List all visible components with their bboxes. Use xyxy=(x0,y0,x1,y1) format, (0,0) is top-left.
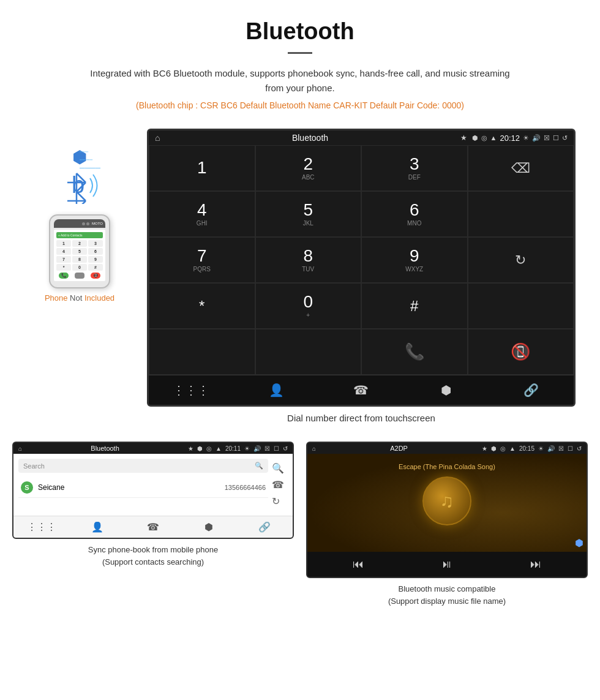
music-x-icon: ☒ xyxy=(558,445,564,452)
bluetooth-icon-area: ⬢ ┈┈ ┄┄┄ ──── xyxy=(72,147,87,167)
dial-key-hash[interactable]: # xyxy=(361,283,468,329)
dial-key-empty-r2 xyxy=(468,191,574,237)
nav-contacts-icon[interactable]: 👤 xyxy=(234,375,319,405)
pb-contact-row: S Seicane 13566664466 xyxy=(18,478,268,498)
phone-call-red-btn: 📵 xyxy=(91,273,100,279)
music-vol-icon: 🔊 xyxy=(547,445,555,452)
music-home-icon: ⌂ xyxy=(312,445,316,452)
phone-keypad: 1 2 3 4 5 6 7 8 9 * 0 # xyxy=(56,240,103,271)
pb-sc-icon: ☐ xyxy=(274,445,279,452)
stereo-status-bar: ⌂ Bluetooth ★ ⬢ ◎ ▲ 20:12 ☀ 🔊 ☒ ☐ ↺ xyxy=(149,130,574,145)
pb-nav-phone[interactable]: ☎ xyxy=(125,516,181,538)
close-icon: ☒ xyxy=(544,134,550,142)
music-next-icon[interactable]: ⏭ xyxy=(530,558,541,571)
page-title: Bluetooth xyxy=(12,18,588,45)
music-song-title: Escape (The Pina Colada Song) xyxy=(399,463,495,470)
pb-reload-right-icon[interactable]: ↻ xyxy=(272,495,284,507)
pb-nav-link[interactable]: 🔗 xyxy=(237,516,293,538)
dial-key-star[interactable]: * xyxy=(149,283,255,329)
phone-key-hash: # xyxy=(88,264,103,271)
pb-title: Bluetooth xyxy=(26,445,184,452)
pb-x-icon: ☒ xyxy=(264,445,270,452)
phone-bottom-row: 📞 📵 xyxy=(56,273,103,279)
dial-key-4[interactable]: 4 GHI xyxy=(149,191,255,237)
page-wrapper: Bluetooth Integrated with BC6 Bluetooth … xyxy=(0,0,600,625)
dial-key-6[interactable]: 6 MNO xyxy=(361,191,468,237)
dial-key-1[interactable]: 1 xyxy=(149,145,255,191)
dial-key-9[interactable]: 9 WXYZ xyxy=(361,237,468,283)
music-sc-icon: ☐ xyxy=(568,445,573,452)
pb-search-icon: 🔍 xyxy=(255,462,263,470)
dial-key-empty-r5-1 xyxy=(149,329,255,375)
pb-cam-icon: ☀ xyxy=(244,445,250,452)
pb-back-icon: ↺ xyxy=(283,445,288,452)
music-bt-icon: ⬢ xyxy=(491,445,497,452)
call-green-icon: 📞 xyxy=(405,342,424,361)
pb-nav-dialpad[interactable]: ⋮⋮⋮ xyxy=(13,516,69,538)
music-note-icon: ♫ xyxy=(440,491,454,511)
music-play-pause-icon[interactable]: ⏯ xyxy=(441,558,452,571)
dial-key-call-green[interactable]: 📞 xyxy=(361,329,468,375)
pb-call-right-icon[interactable]: ☎ xyxy=(272,479,284,491)
phone-illustration: ⬢ ┈┈ ┄┄┄ ──── b xyxy=(24,129,135,303)
dial-key-call-red[interactable]: 📵 xyxy=(468,329,574,375)
dial-caption: Dial number direct from touchscreen xyxy=(147,413,576,423)
nav-bluetooth-icon[interactable]: ⬢ xyxy=(403,375,489,405)
status-time: 20:12 xyxy=(500,134,520,143)
nav-settings-icon[interactable]: 🔗 xyxy=(489,375,574,405)
music-prev-icon[interactable]: ⏮ xyxy=(353,558,364,571)
music-body: Escape (The Pina Colada Song) ♫ ⬢ xyxy=(307,454,587,552)
stereo-title: Bluetooth xyxy=(165,133,455,143)
stereo-dialpad-container: ⌂ Bluetooth ★ ⬢ ◎ ▲ 20:12 ☀ 🔊 ☒ ☐ ↺ xyxy=(147,129,576,435)
phone-key-5: 5 xyxy=(72,248,87,255)
reload-icon: ↻ xyxy=(515,252,526,268)
dial-key-2[interactable]: 2 ABC xyxy=(255,145,362,191)
pb-nav-bt[interactable]: ⬢ xyxy=(181,516,237,538)
call-red-icon: 📵 xyxy=(511,342,530,361)
phone-key-9: 9 xyxy=(88,256,103,263)
location-icon: ◎ xyxy=(481,134,487,142)
dial-key-reload[interactable]: ↻ xyxy=(468,237,574,283)
not-text: Not xyxy=(70,293,82,303)
bottom-section: ⌂ Bluetooth ★ ⬢ ◎ ▲ 20:11 ☀ 🔊 ☒ ☐ ↺ xyxy=(0,442,600,625)
backspace-icon: ⌫ xyxy=(511,160,530,176)
phone-key-8: 8 xyxy=(72,256,87,263)
bt-waves-group: b xyxy=(58,167,101,206)
pb-nav-contacts[interactable]: 👤 xyxy=(69,516,125,538)
music-sig-icon: ▲ xyxy=(509,445,516,452)
dial-key-8[interactable]: 8 TUV xyxy=(255,237,362,283)
dial-key-empty-r5-2 xyxy=(255,329,362,375)
signal-icon: ▲ xyxy=(490,134,497,141)
dialpad-grid: 1 2 ABC 3 DEF ⌫ xyxy=(149,145,574,375)
pb-contact-letter: S xyxy=(21,481,33,494)
music-album-art: ♫ xyxy=(422,476,471,525)
dial-key-backspace[interactable]: ⌫ xyxy=(468,145,574,191)
music-usb-icon: ★ xyxy=(482,445,487,452)
music-cam-icon: ☀ xyxy=(538,445,544,452)
screen-icon: ☐ xyxy=(553,134,559,142)
pb-list: Search 🔍 S Seicane 13566664466 xyxy=(18,459,268,511)
phone-mockup: MOTO + Add to Contacts 1 2 3 4 5 6 7 8 9 xyxy=(49,214,110,288)
pb-layout: Search 🔍 S Seicane 13566664466 🔍 ☎ xyxy=(18,459,288,511)
pb-search-bar[interactable]: Search 🔍 xyxy=(18,459,268,473)
stereo-nav-bar: ⋮⋮⋮ 👤 ☎ ⬢ 🔗 xyxy=(149,375,574,405)
stereo-screen: ⌂ Bluetooth ★ ⬢ ◎ ▲ 20:12 ☀ 🔊 ☒ ☐ ↺ xyxy=(147,129,576,407)
phone-screen: + Add to Contacts 1 2 3 4 5 6 7 8 9 * 0 … xyxy=(54,230,105,281)
nav-phone-icon[interactable]: ☎ xyxy=(319,375,404,405)
dial-key-3[interactable]: 3 DEF xyxy=(361,145,468,191)
music-controls: ⏮ ⏯ ⏭ xyxy=(307,552,587,577)
music-status-bar: ⌂ A2DP ★ ⬢ ◎ ▲ 20:15 ☀ 🔊 ☒ ☐ ↺ xyxy=(307,443,587,454)
music-screenshot: ⌂ A2DP ★ ⬢ ◎ ▲ 20:15 ☀ 🔊 ☒ ☐ ↺ Escape (T… xyxy=(306,442,588,578)
nav-dialpad-icon[interactable]: ⋮⋮⋮ xyxy=(149,375,234,405)
pb-search-right-icon[interactable]: 🔍 xyxy=(272,462,284,474)
pb-nav-bar: ⋮⋮⋮ 👤 ☎ ⬢ 🔗 xyxy=(13,516,293,538)
dial-key-5[interactable]: 5 JKL xyxy=(255,191,362,237)
status-right-icons: ⬢ ◎ ▲ 20:12 ☀ 🔊 ☒ ☐ ↺ xyxy=(472,134,568,143)
camera-icon: ☀ xyxy=(523,134,529,142)
dial-key-empty-r4 xyxy=(468,283,574,329)
dial-key-0[interactable]: 0 + xyxy=(255,283,362,329)
pb-status-bar: ⌂ Bluetooth ★ ⬢ ◎ ▲ 20:11 ☀ 🔊 ☒ ☐ ↺ xyxy=(13,443,293,454)
pb-home-icon: ⌂ xyxy=(18,445,22,452)
phone-top-bar: MOTO xyxy=(54,219,105,228)
dial-key-7[interactable]: 7 PQRS xyxy=(149,237,255,283)
